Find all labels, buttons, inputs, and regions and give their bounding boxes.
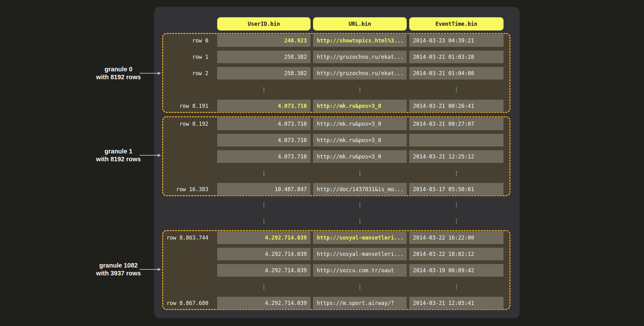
table-row: row 8.192 4.073.710 http://mk.ru&pos=3_0… — [163, 118, 509, 130]
granule-label-line1: granule 0 — [71, 65, 166, 73]
url-cell: http://sosyal-mansetleri... — [313, 248, 407, 260]
eventtime-cell: 2014-03-21 01:04:08 — [409, 67, 504, 80]
granule-1082-box: row 8.863.744 4.292.714.039 http://sosya… — [162, 230, 510, 310]
column-headers: UserID.bin URL.bin EventTime.bin — [163, 17, 504, 30]
userid-cell: 4.292.714.039 — [217, 297, 311, 309]
userid-cell: 240.923 — [217, 34, 311, 47]
url-cell: http://sosyal-mansetleri... — [313, 231, 407, 244]
granule-1082-arrow — [140, 269, 158, 270]
row-label: row 1 — [163, 51, 215, 63]
row-label — [163, 214, 215, 227]
column-header-userid-bin: UserID.bin — [217, 17, 311, 30]
url-cell: http://mk.ru&pos=3_0 — [313, 150, 407, 163]
userid-cell: 4.073.710 — [217, 150, 311, 163]
url-cell: http://mk.ru&pos=3_0 — [313, 118, 407, 130]
url-cell: http://mk.ru&pos=3_0 — [313, 134, 407, 146]
url-cell: http://mk.ru&pos=3_0 — [313, 100, 407, 112]
userid-cell: 4.292.714.039 — [217, 264, 311, 277]
ellipsis-cell: ⋮ — [313, 198, 407, 211]
granule-label-line1: granule 1 — [71, 147, 166, 155]
eventtime-cell: 2014-03-21 12:05:41 — [409, 297, 504, 309]
url-cell: http://gruzochno.ru/ekat... — [313, 51, 407, 63]
ellipsis-row: ⋮ ⋮ ⋮ — [163, 83, 509, 96]
ellipsis-cell: ⋮ — [313, 83, 407, 96]
userid-cell: 258.382 — [217, 51, 311, 63]
ellipsis-cell: ⋮ — [217, 198, 311, 211]
row-label — [163, 83, 215, 96]
ellipsis-cell: ⋮ — [313, 280, 407, 293]
row-label — [163, 134, 215, 146]
granules-diagram: UserID.bin URL.bin EventTime.bin row 0 2… — [0, 0, 644, 326]
granule-0-box: row 0 240.923 http://showtopics.html%3..… — [162, 33, 510, 113]
table-row: row 2 258.382 http://gruzochno.ru/ekat..… — [163, 67, 509, 80]
table-row: row 0 240.923 http://showtopics.html%3..… — [163, 34, 509, 47]
gap-ellipsis-row: ⋮ ⋮ ⋮ — [163, 214, 504, 227]
eventtime-cell: 2014-03-21 12:25:12 — [409, 150, 504, 163]
granule-label-line2: with 3937 rows — [71, 269, 166, 277]
row-label: row 8.863.744 — [163, 231, 215, 244]
row-label: row 8.867.680 — [163, 297, 215, 309]
row-label — [163, 248, 215, 260]
row-label: row 16.383 — [163, 183, 215, 196]
eventtime-cell: 2014-03-17 05:50:01 — [409, 183, 504, 196]
eventtime-cell: 2014-03-22 18:02:12 — [409, 248, 504, 260]
row-label: row 0 — [163, 34, 215, 47]
column-header-url-bin: URL.bin — [313, 17, 407, 30]
eventtime-cell: 2014-03-22 16:22:00 — [409, 231, 504, 244]
gap-ellipsis-row: ⋮ ⋮ ⋮ — [163, 198, 504, 211]
table-row: row 1 258.382 http://gruzochno.ru/ekat..… — [163, 51, 509, 63]
table-row: row 8.867.680 4.292.714.039 https://m.sp… — [163, 297, 509, 309]
userid-cell: 4.292.714.039 — [217, 248, 311, 260]
column-header-eventtime-bin: EventTime.bin — [409, 17, 504, 30]
url-cell: http://gruzochno.ru/ekat... — [313, 67, 407, 80]
row-label: row 2 — [163, 67, 215, 80]
table-row: row 8.191 4.073.710 http://mk.ru&pos=3_0… — [163, 100, 509, 112]
row-label — [163, 150, 215, 163]
userid-cell: 4.073.710 — [217, 100, 311, 112]
ellipsis-cell: ⋮ — [409, 167, 504, 179]
header-spacer — [163, 17, 215, 30]
ellipsis-cell: ⋮ — [217, 167, 311, 179]
url-cell: http://doc/1437831&is_mo... — [313, 183, 407, 196]
row-label — [163, 198, 215, 211]
ellipsis-cell: ⋮ — [217, 280, 311, 293]
eventtime-cell: 2014-03-21 00:27:07 — [409, 118, 504, 130]
granule-0-arrow — [140, 73, 158, 74]
ellipsis-cell: ⋮ — [409, 83, 504, 96]
userid-cell: 4.073.710 — [217, 118, 311, 130]
ellipsis-cell: ⋮ — [313, 167, 407, 179]
granule-label-line2: with 8192 rows — [71, 155, 166, 163]
userid-cell: 258.382 — [217, 67, 311, 80]
row-label: row 8.191 — [163, 100, 215, 112]
ellipsis-cell: ⋮ — [313, 214, 407, 227]
row-label: row 8.192 — [163, 118, 215, 130]
ellipsis-row: ⋮ ⋮ ⋮ — [163, 280, 509, 293]
eventtime-cell: 2014-03-21 00:26:41 — [409, 100, 504, 112]
ellipsis-cell: ⋮ — [217, 214, 311, 227]
eventtime-cell — [409, 134, 504, 146]
userid-cell: 4.073.710 — [217, 134, 311, 146]
table-row: 4.073.710 http://mk.ru&pos=3_0 — [163, 134, 509, 146]
granule-1-box: row 8.192 4.073.710 http://mk.ru&pos=3_0… — [162, 116, 510, 196]
table-row: row 16.383 10.487.847 http://doc/1437831… — [163, 183, 509, 196]
eventtime-cell: 2014-03-19 00:09:42 — [409, 264, 504, 277]
row-label — [163, 264, 215, 277]
url-cell: https://m.sport.airway/? — [313, 297, 407, 309]
ellipsis-cell: ⋮ — [409, 214, 504, 227]
row-label — [163, 167, 215, 179]
table-row: 4.292.714.039 http://sosyal-mansetleri..… — [163, 248, 509, 260]
table-row: 4.073.710 http://mk.ru&pos=3_0 2014-03-2… — [163, 150, 509, 163]
url-cell: http://showtopics.html%3... — [313, 34, 407, 47]
granule-label-line1: granule 1082 — [71, 262, 166, 269]
ellipsis-row: ⋮ ⋮ ⋮ — [163, 167, 509, 179]
eventtime-cell: 2014-03-23 04:39:21 — [409, 34, 504, 47]
table-row: row 8.863.744 4.292.714.039 http://sosya… — [163, 231, 509, 244]
url-cell: http://sozcu.com.tr/oaut — [313, 264, 407, 277]
userid-cell: 4.292.714.039 — [217, 231, 311, 244]
ellipsis-cell: ⋮ — [409, 280, 504, 293]
row-label — [163, 280, 215, 293]
userid-cell: 10.487.847 — [217, 183, 311, 196]
granule-1-arrow — [140, 155, 158, 156]
ellipsis-cell: ⋮ — [217, 83, 311, 96]
granule-label-line2: with 8192 rows — [71, 73, 166, 81]
